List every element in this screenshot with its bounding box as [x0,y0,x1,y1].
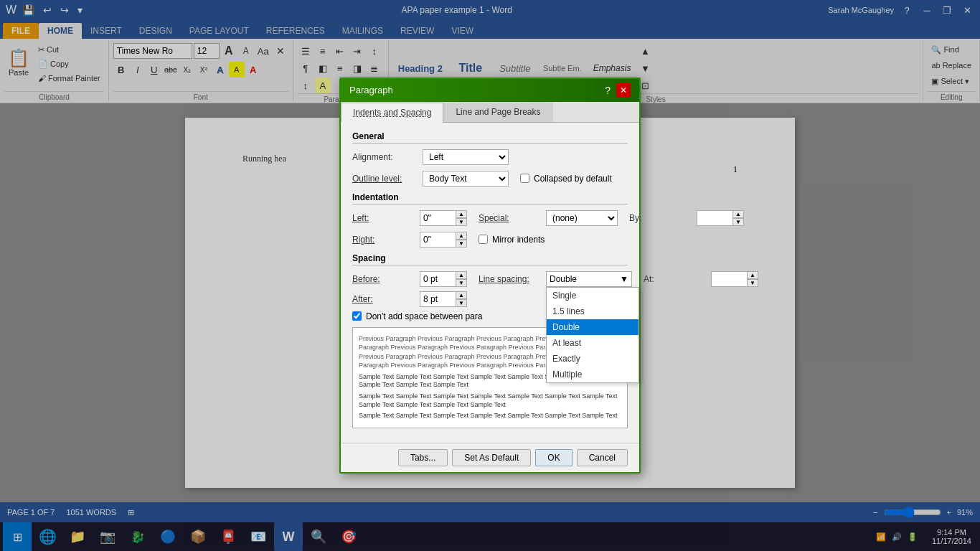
line-spacing-value: Double [550,274,577,284]
option-double[interactable]: Double [547,319,639,335]
indent-right-btns: ▲ ▼ [456,232,467,248]
tab-line-page-breaks[interactable]: Line and Page Breaks [443,102,552,122]
indentation-section-label: Indentation [352,192,628,204]
dialog-body: General Alignment: Left Centered Right J… [341,123,639,443]
dialog-footer: Tabs... Set As Default OK Cancel [341,443,639,472]
option-single[interactable]: Single [547,288,639,303]
at-btns: ▲ ▼ [747,271,758,287]
by-btns: ▲ ▼ [732,210,744,226]
indent-right-up[interactable]: ▲ [456,232,467,240]
after-field: After: ▲ ▼ [352,291,467,307]
option-multiple[interactable]: Multiple [547,367,639,382]
line-spacing-dropdown: Double ▼ Single 1.5 lines Double At leas… [546,271,632,287]
outline-row: Outline level: Body Text Level 1 Level 2… [352,171,628,187]
spacing-section-label: Spacing [352,253,628,265]
at-up[interactable]: ▲ [747,271,758,279]
alignment-row: Alignment: Left Centered Right Justified [352,149,628,165]
at-field: At: ▲ ▼ [644,271,758,287]
indent-right-label: Right: [352,235,417,245]
at-label: At: [644,274,708,284]
tabs-btn[interactable]: Tabs... [398,449,448,466]
special-label: Special: [479,213,543,223]
outline-select[interactable]: Body Text Level 1 Level 2 [423,171,509,187]
tab-indents-spacing[interactable]: Indents and Spacing [341,103,443,123]
indent-right-row: Right: ▲ ▼ Mirror indents [352,232,628,248]
after-label: After: [352,294,417,304]
mirror-label: Mirror indents [492,235,545,245]
after-btns: ▲ ▼ [456,291,467,307]
dont-add-checkbox[interactable] [352,311,362,321]
by-spinner: ▲ ▼ [697,210,744,226]
mirror-row: Mirror indents [479,235,545,245]
by-field: By: ▲ ▼ [629,210,744,226]
indent-left-btns: ▲ ▼ [456,210,467,226]
cancel-btn[interactable]: Cancel [577,449,628,466]
before-down[interactable]: ▼ [456,279,467,287]
line-spacing-list: Single 1.5 lines Double At least Exactly… [546,287,639,383]
before-spinner: ▲ ▼ [420,271,467,287]
by-up[interactable]: ▲ [732,210,744,218]
general-section-label: General [352,131,628,143]
indent-right-input[interactable] [420,232,456,248]
dialog-help-btn[interactable]: ? [605,85,611,96]
preview-sample3: Sample Text Sample Text Sample Text Samp… [359,412,621,420]
indent-left-spinner: ▲ ▼ [420,210,467,226]
line-spacing-field: Line spacing: Double ▼ Single 1.5 lines … [479,271,632,287]
line-spacing-select-shown[interactable]: Double ▼ [546,271,632,287]
before-field: Before: ▲ ▼ [352,271,467,287]
at-spinner: ▲ ▼ [711,271,758,287]
collapsed-label: Collapsed by default [534,174,612,184]
indent-right-field: Right: ▲ ▼ [352,232,467,248]
modal-overlay: Paragraph ? ✕ Indents and Spacing Line a… [0,0,980,551]
indent-left-down[interactable]: ▼ [456,218,467,226]
by-down[interactable]: ▼ [732,218,744,226]
option-atleast[interactable]: At least [547,335,639,351]
before-btns: ▲ ▼ [456,271,467,287]
alignment-select[interactable]: Left Centered Right Justified [423,149,509,165]
after-down[interactable]: ▼ [456,299,467,307]
paragraph-dialog: Paragraph ? ✕ Indents and Spacing Line a… [339,77,641,474]
at-down[interactable]: ▼ [747,279,758,287]
option-exactly[interactable]: Exactly [547,351,639,367]
alignment-label: Alignment: [352,152,417,162]
indent-right-down[interactable]: ▼ [456,240,467,248]
collapsed-checkbox[interactable] [520,174,529,183]
option-15lines[interactable]: 1.5 lines [547,303,639,319]
collapsed-row: Collapsed by default [520,174,612,184]
outline-label: Outline level: [352,174,417,184]
before-label: Before: [352,274,417,284]
indent-right-spinner: ▲ ▼ [420,232,467,248]
line-spacing-label: Line spacing: [479,274,543,284]
dialog-title-bar: Paragraph ? ✕ [341,79,639,102]
after-spinner: ▲ ▼ [420,291,467,307]
by-input[interactable] [697,210,732,226]
special-field: Special: (none) First line Hanging [479,210,618,226]
indent-left-up[interactable]: ▲ [456,210,467,218]
after-up[interactable]: ▲ [456,291,467,299]
dont-add-label: Don't add space between para [366,311,482,321]
at-input[interactable] [711,271,747,287]
by-label: By: [629,213,694,223]
ok-btn[interactable]: OK [535,449,572,466]
spacing-row: Before: ▲ ▼ Line spacing: Double [352,271,628,287]
indent-left-field: Left: ▲ ▼ [352,210,467,226]
indent-left-label: Left: [352,213,417,223]
before-input[interactable] [420,271,456,287]
dialog-tabs: Indents and Spacing Line and Page Breaks [341,102,639,123]
line-spacing-arrow: ▼ [620,274,628,284]
special-select[interactable]: (none) First line Hanging [546,210,618,226]
indent-left-input[interactable] [420,210,456,226]
dialog-title-text: Paragraph [349,85,393,95]
dialog-close-btn[interactable]: ✕ [616,83,631,98]
set-default-btn[interactable]: Set As Default [452,449,531,466]
preview-sample2: Sample Text Sample Text Sample Text Samp… [359,392,621,409]
after-input[interactable] [420,291,456,307]
dialog-title-controls: ? ✕ [605,83,631,98]
before-up[interactable]: ▲ [456,271,467,279]
mirror-checkbox[interactable] [479,235,488,244]
indentation-row: Left: ▲ ▼ Special: (none) First line [352,210,628,226]
